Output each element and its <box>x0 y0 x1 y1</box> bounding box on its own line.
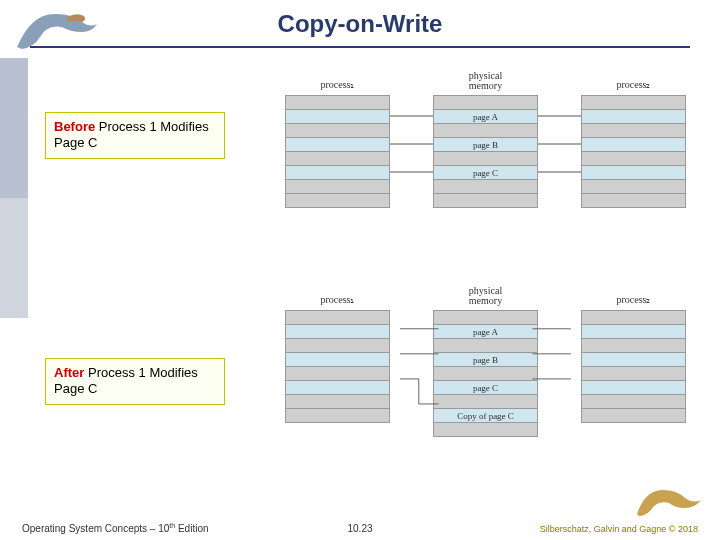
title-rule <box>30 46 690 48</box>
footer-right: Silberschatz, Galvin and Gagne © 2018 <box>540 524 698 534</box>
callout-before-keyword: Before <box>54 119 95 134</box>
figure-before: process₁ physicalmemory page A page B pa… <box>285 75 685 245</box>
before-process2-label: process₂ <box>581 79 686 90</box>
before-physmem-label: physicalmemory <box>433 71 538 91</box>
after-physmem-label: physicalmemory <box>433 286 538 306</box>
after-connectors <box>285 310 685 480</box>
before-connectors <box>285 95 685 265</box>
slide: Copy-on-Write Before Process 1 Modifies … <box>0 0 720 540</box>
logo-dinosaur-bottom <box>635 478 705 518</box>
callout-after: After Process 1 Modifies Page C <box>45 358 225 405</box>
after-process2-label: process₂ <box>581 294 686 305</box>
callout-after-keyword: After <box>54 365 84 380</box>
callout-before: Before Process 1 Modifies Page C <box>45 112 225 159</box>
left-accent-sidebar <box>0 58 28 488</box>
slide-title: Copy-on-Write <box>0 10 720 38</box>
footer: Operating System Concepts – 10th Edition… <box>0 516 720 534</box>
after-process1-label: process₁ <box>285 294 390 305</box>
before-process1-label: process₁ <box>285 79 390 90</box>
figure-after: process₁ physicalmemory page A page B pa… <box>285 290 685 480</box>
